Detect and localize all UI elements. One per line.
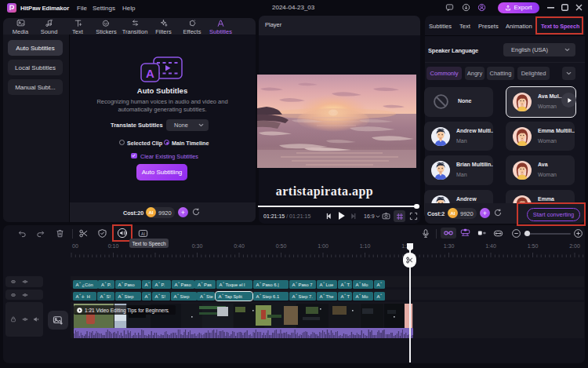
- svg-text:1:30: 1:30: [444, 243, 455, 249]
- svg-text:0:30: 0:30: [192, 243, 203, 249]
- svg-text:0:50: 0:50: [276, 243, 287, 249]
- svg-text:2:00: 2:00: [569, 243, 580, 249]
- svg-text:1:40: 1:40: [485, 243, 496, 249]
- svg-text:1:50: 1:50: [528, 243, 539, 249]
- svg-text:0:40: 0:40: [234, 243, 245, 249]
- svg-text:1:00: 1:00: [318, 243, 328, 249]
- svg-text:00: 00: [72, 243, 78, 249]
- svg-text:1:10: 1:10: [360, 243, 371, 249]
- svg-text:A: A: [146, 67, 154, 80]
- svg-text:0:10: 0:10: [108, 243, 119, 249]
- svg-text:AI: AI: [141, 231, 145, 236]
